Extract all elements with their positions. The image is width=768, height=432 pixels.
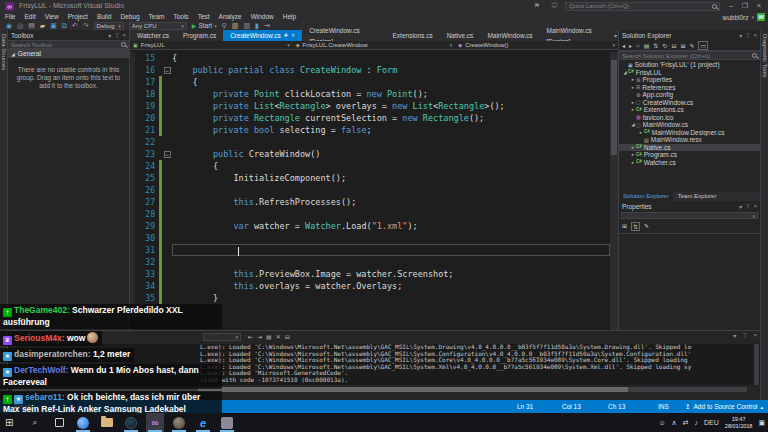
pending-changes-icon[interactable]: ⇅ [653, 42, 658, 49]
tree-item-mainwindow-resx[interactable]: ▤MainWindow.resx [619, 136, 760, 144]
pin-icon[interactable]: ⊤ [114, 32, 119, 39]
taskbar-task-view[interactable] [50, 413, 68, 432]
tree-item-mainwindow-designer-cs[interactable]: ▸C#MainWindow.Designer.cs [619, 129, 760, 137]
code-text[interactable]: { [172, 76, 610, 88]
minimize-button[interactable]: – [724, 0, 738, 11]
menu-analyze[interactable]: Analyze [219, 13, 242, 21]
close-icon[interactable]: × [753, 203, 757, 209]
goto-source-icon[interactable]: ▤ [266, 333, 272, 340]
code-text[interactable]: var watcher = Watcher.Load("1.xml"); [172, 220, 610, 232]
platform-dropdown[interactable]: Any CPU▾ [129, 22, 187, 30]
solution-config-dropdown[interactable]: Debug▾ [94, 22, 124, 30]
close-icon[interactable]: × [753, 332, 757, 339]
tab-createwindow-cs[interactable]: CreateWindow.cs✚✕ [223, 30, 302, 41]
collapse-icon[interactable]: − [164, 67, 171, 74]
taskbar-visual-studio[interactable]: ∞ [146, 413, 164, 432]
prev-message-icon[interactable]: ⇤ [248, 333, 253, 340]
network-icon[interactable]: ⇄ [683, 419, 689, 427]
tree-item-frisylul[interactable]: ◢C#FrisyLUL [619, 69, 760, 77]
start-debug-button[interactable]: ▶ Start ▾ [192, 22, 217, 29]
tree-item-references[interactable]: ▸⊞References [619, 84, 760, 92]
breadcrumb-member-dropdown[interactable]: ◆ CreateWindow() ▾ [455, 41, 618, 49]
bookmark-icon[interactable]: ▮ [255, 21, 259, 30]
menu-window[interactable]: Window [251, 13, 274, 21]
feedback-icon[interactable]: 🗩 [551, 2, 558, 9]
restore-button[interactable]: ❐ [738, 0, 752, 11]
tab-team-explorer[interactable]: Team Explorer [674, 192, 721, 201]
tree-item-mainwindow-cs[interactable]: ◢▢MainWindow.cs [619, 121, 760, 129]
pin-icon[interactable]: ✚ [284, 30, 288, 41]
pin-icon[interactable]: ⊤ [745, 32, 750, 39]
action-center-icon[interactable]: ▣ [758, 419, 765, 427]
taskbar-edge[interactable]: e [194, 413, 212, 432]
diagnostic-tools-tab[interactable]: Diagnostic Tools [760, 30, 768, 400]
open-folder-icon[interactable]: ▰ [40, 21, 45, 30]
word-wrap-icon[interactable]: ⊟ [285, 333, 290, 340]
uncomment-icon[interactable]: ▥ [243, 21, 250, 30]
undo-icon[interactable]: ↶ [72, 21, 78, 30]
menu-file[interactable]: File [5, 13, 15, 21]
categorized-icon[interactable]: ⊞ [622, 222, 627, 231]
tree-item-native-cs[interactable]: ▸C#Native.cs [619, 144, 760, 152]
comment-icon[interactable]: ▥ [232, 21, 239, 30]
navigate-back-icon[interactable]: ◉ [6, 21, 12, 30]
menu-edit[interactable]: Edit [24, 13, 35, 21]
show-all-files-icon[interactable]: ⊞ [680, 42, 685, 49]
redo-icon[interactable]: ↷ [83, 21, 89, 30]
home-icon[interactable]: ⌂ [636, 42, 640, 48]
code-text[interactable]: this.overlays = watcher.Overlays; [172, 280, 610, 292]
save-icon[interactable]: ▣ [50, 21, 57, 30]
tab-program-cs[interactable]: Program.cs [176, 30, 223, 41]
code-text[interactable]: this.RefreshProcesses(); [172, 196, 610, 208]
code-text[interactable] [172, 244, 610, 256]
code-text[interactable] [172, 208, 610, 220]
taskbar-browser[interactable] [74, 413, 92, 432]
tab-overflow-icon[interactable]: ▾ [614, 32, 617, 39]
menu-help[interactable]: Help [283, 13, 296, 21]
toolbox-search-input[interactable]: Search Toolbox [8, 40, 129, 49]
tab-extensions-cs[interactable]: Extensions.cs [386, 30, 440, 41]
code-text[interactable] [172, 136, 610, 148]
code-text[interactable]: { [172, 160, 610, 172]
solution-explorer-search-input[interactable]: Search Solution Explorer (Ctrl+ü) [619, 51, 760, 60]
chevron-down-icon[interactable]: ▾ [739, 32, 742, 39]
code-text[interactable] [172, 184, 610, 196]
tree-item-createwindow-cs[interactable]: ▸▢CreateWindow.cs [619, 99, 760, 107]
editor-scrollbar[interactable] [610, 52, 618, 330]
code-lines[interactable]: 15{16− public partial class CreateWindow… [130, 52, 610, 304]
taskbar-gimp[interactable] [170, 413, 188, 432]
property-pages-icon[interactable]: ✎ [644, 222, 649, 231]
language-indicator[interactable]: DEU [704, 419, 719, 426]
save-all-icon[interactable]: ⧉ [62, 21, 67, 30]
tree-item-favicon-ico[interactable]: ▦favicon.ico [619, 114, 760, 122]
code-text[interactable]: this.PreviewBox.Image = watcher.Screensh… [172, 268, 610, 280]
code-text[interactable]: private List<Rectangle> overlays = new L… [172, 100, 610, 112]
quick-launch-input[interactable]: Quick Launch (Ctrl+Q) [565, 2, 720, 11]
back-icon[interactable]: ◂ [622, 42, 625, 49]
tree-item-properties[interactable]: ▸⚙Properties [619, 76, 760, 84]
volume-icon[interactable]: ♪ [695, 419, 699, 426]
notifications-icon[interactable]: ⚑ [534, 2, 540, 10]
toolbox-section-general[interactable]: ◢ General [8, 49, 129, 58]
taskbar-search[interactable]: ⌕ [26, 413, 44, 432]
pin-icon[interactable]: ⊤ [745, 203, 750, 210]
find-icon[interactable]: ⚲ [222, 21, 227, 30]
alphabetical-icon[interactable]: ⇅ [631, 222, 640, 231]
chevron-down-icon[interactable]: ▾ [733, 332, 736, 339]
menu-debug[interactable]: Debug [120, 13, 139, 21]
switch-views-icon[interactable]: ▤ [644, 42, 650, 49]
tab-mainwindow-cs-design-[interactable]: MainWindow.cs [Design] [540, 30, 618, 41]
menu-project[interactable]: Project [68, 13, 88, 21]
next-message-icon[interactable]: ⇥ [257, 333, 262, 340]
collapse-icon[interactable]: − [164, 151, 171, 158]
breadcrumb-type-dropdown[interactable]: ◈ FrisyLUL.CreateWindow ▾ [293, 41, 456, 49]
code-text[interactable] [172, 232, 610, 244]
breadcrumb-project-dropdown[interactable]: ▣ FrisyLUL ▾ [130, 41, 293, 49]
menu-test[interactable]: Test [198, 13, 210, 21]
code-text[interactable]: { [172, 52, 610, 64]
tree-item-program-cs[interactable]: ▸C#Program.cs [619, 151, 760, 159]
collapse-all-icon[interactable]: ⊟ [671, 42, 676, 49]
add-to-source-control-button[interactable]: ↥ Add to Source Control ▴ [685, 400, 763, 413]
indent-icon[interactable]: ⇥ [264, 21, 270, 30]
account-chip[interactable]: wubbl0rz ▾ W [722, 13, 765, 21]
